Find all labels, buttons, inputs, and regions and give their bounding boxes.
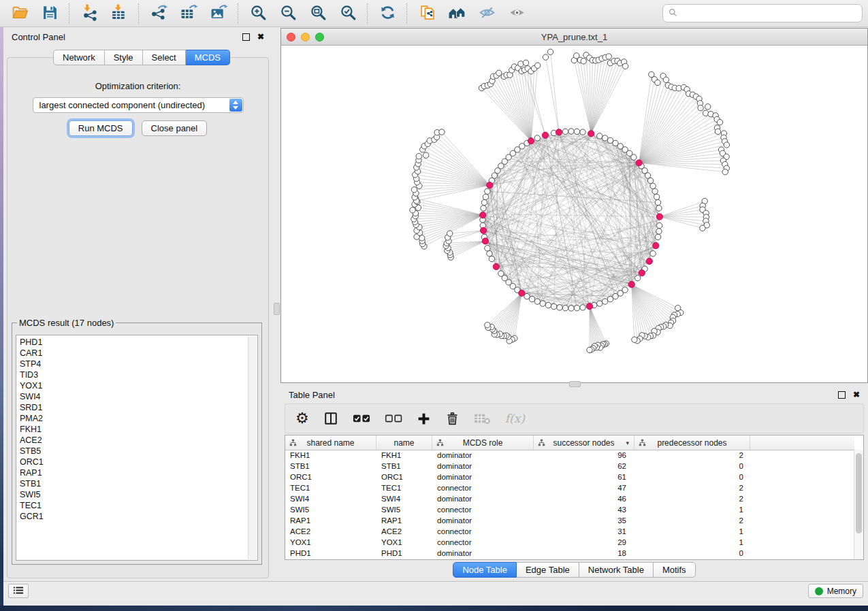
- network-node[interactable]: [602, 135, 608, 141]
- search-input[interactable]: [681, 8, 856, 19]
- network-node[interactable]: [416, 153, 421, 159]
- memory-button[interactable]: Memory: [808, 584, 863, 598]
- network-node[interactable]: [534, 299, 540, 304]
- network-node[interactable]: [655, 80, 660, 85]
- mcds-hub-node[interactable]: [482, 238, 488, 244]
- table-row-YOX1[interactable]: YOX1YOX1connector291: [285, 537, 854, 548]
- column-layout-button[interactable]: [323, 411, 338, 426]
- network-node[interactable]: [534, 135, 540, 141]
- table-row-ORC1[interactable]: ORC1ORC1dominator610: [285, 472, 854, 482]
- column-header-successor-nodes[interactable]: successor nodes▾: [534, 435, 634, 450]
- result-list-scrollbar[interactable]: [248, 336, 257, 559]
- network-node[interactable]: [487, 251, 492, 257]
- network-node[interactable]: [485, 188, 490, 194]
- network-node[interactable]: [715, 129, 720, 134]
- mcds-hub-node[interactable]: [556, 129, 562, 135]
- network-node[interactable]: [724, 142, 729, 148]
- close-table-panel-icon[interactable]: ✖: [853, 391, 860, 399]
- network-node[interactable]: [663, 77, 669, 82]
- tab-network[interactable]: Network: [53, 50, 105, 65]
- network-node[interactable]: [655, 234, 660, 240]
- save-button[interactable]: [35, 2, 64, 25]
- zoom-window-traffic-light[interactable]: [315, 33, 324, 42]
- tab-edge-table[interactable]: Edge Table: [517, 562, 579, 578]
- network-node[interactable]: [656, 205, 662, 211]
- network-node[interactable]: [631, 154, 637, 160]
- network-node[interactable]: [410, 208, 415, 213]
- network-node[interactable]: [574, 306, 579, 311]
- network-node[interactable]: [481, 205, 486, 211]
- network-window-titlebar[interactable]: YPA_prune.txt_1: [281, 29, 867, 46]
- network-node[interactable]: [489, 256, 494, 261]
- vertical-splitter[interactable]: [272, 28, 280, 581]
- tab-select[interactable]: Select: [143, 50, 186, 65]
- network-node[interactable]: [654, 194, 659, 199]
- column-header-name[interactable]: name: [376, 435, 432, 450]
- network-node[interactable]: [557, 305, 562, 310]
- network-node[interactable]: [581, 59, 586, 64]
- export-table-button[interactable]: [174, 2, 203, 25]
- search-box[interactable]: [662, 4, 863, 22]
- mcds-hub-node[interactable]: [653, 242, 659, 248]
- refresh-button[interactable]: [373, 2, 402, 25]
- column-header-MCDS-role[interactable]: MCDS role: [432, 435, 534, 450]
- network-node[interactable]: [650, 251, 656, 257]
- column-header-shared-name[interactable]: shared name: [285, 435, 376, 450]
- close-panel-icon[interactable]: ✖: [257, 33, 264, 41]
- table-scrollbar[interactable]: [854, 450, 863, 559]
- network-node[interactable]: [647, 178, 653, 183]
- table-row-FKH1[interactable]: FKH1FKH1dominator962: [285, 450, 854, 461]
- network-node[interactable]: [657, 222, 662, 228]
- add-row-button[interactable]: [417, 412, 431, 426]
- network-node[interactable]: [635, 276, 641, 281]
- network-node[interactable]: [606, 54, 611, 59]
- column-header-predecessor-nodes[interactable]: predecessor nodes: [634, 435, 750, 450]
- network-node[interactable]: [580, 129, 585, 135]
- minimize-window-traffic-light[interactable]: [301, 33, 310, 42]
- home-networks-button[interactable]: [443, 2, 471, 25]
- network-node[interactable]: [543, 54, 548, 60]
- network-node[interactable]: [568, 129, 574, 134]
- float-table-panel-icon[interactable]: [838, 391, 846, 399]
- network-node[interactable]: [655, 199, 660, 205]
- network-node[interactable]: [523, 60, 528, 65]
- network-node[interactable]: [423, 152, 429, 158]
- select-all-button[interactable]: [353, 414, 370, 423]
- network-node[interactable]: [607, 296, 613, 301]
- network-node[interactable]: [411, 187, 417, 193]
- table-row-STB1[interactable]: STB1STB1dominator620: [285, 461, 854, 472]
- network-node[interactable]: [568, 306, 574, 311]
- network-node[interactable]: [562, 306, 568, 311]
- network-node[interactable]: [580, 305, 585, 310]
- mcds-hub-node[interactable]: [519, 290, 525, 296]
- network-node[interactable]: [496, 70, 502, 76]
- copy-network-button[interactable]: [413, 2, 441, 25]
- network-node[interactable]: [481, 199, 487, 205]
- export-network-button[interactable]: [144, 2, 173, 25]
- tab-mcds[interactable]: MCDS: [186, 50, 230, 65]
- float-panel-icon[interactable]: [242, 33, 250, 41]
- console-button[interactable]: [8, 584, 29, 598]
- network-node[interactable]: [705, 104, 711, 110]
- table-row-ACE2[interactable]: ACE2ACE2connector311: [285, 526, 854, 537]
- mcds-hub-node[interactable]: [628, 282, 634, 288]
- close-panel-button[interactable]: Close panel: [142, 120, 208, 136]
- network-node[interactable]: [498, 271, 504, 276]
- close-window-traffic-light[interactable]: [287, 33, 295, 42]
- network-node[interactable]: [485, 246, 490, 251]
- zoom-selected-button[interactable]: [334, 2, 362, 25]
- table-scrollbar-thumb[interactable]: [856, 453, 862, 533]
- import-network-button[interactable]: [75, 2, 103, 25]
- network-node[interactable]: [623, 63, 628, 69]
- mcds-hub-node[interactable]: [493, 263, 499, 269]
- import-table-button[interactable]: [105, 2, 133, 25]
- show-hidden-button[interactable]: [502, 2, 531, 25]
- vertical-splitter-grip[interactable]: [274, 303, 280, 315]
- network-node[interactable]: [419, 235, 425, 241]
- zoom-in-button[interactable]: [244, 2, 272, 25]
- mcds-hub-node[interactable]: [480, 212, 486, 218]
- network-node[interactable]: [551, 303, 556, 309]
- column-settings-button[interactable]: ⚙: [295, 411, 309, 426]
- network-node[interactable]: [545, 302, 551, 308]
- tab-motifs[interactable]: Motifs: [654, 562, 696, 578]
